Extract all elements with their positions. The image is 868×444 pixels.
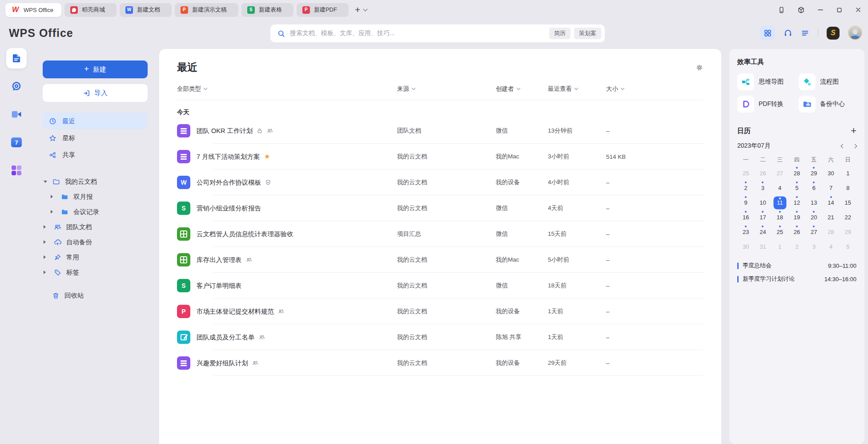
calendar-prev-icon[interactable] (841, 144, 845, 148)
file-row[interactable]: P 市场主体登记提交材料规范 我的云文档 我的设备 1天前 – (177, 299, 703, 324)
new-tab-button[interactable] (355, 4, 360, 15)
support-headset-icon[interactable] (784, 28, 792, 37)
calendar-day[interactable]: 17 (754, 210, 771, 224)
window-tab[interactable]: P 新建PDF (297, 3, 349, 17)
rail-apps-icon[interactable] (6, 160, 27, 181)
sidebar-tree-item[interactable]: 双月报 (43, 189, 148, 204)
filter-source[interactable]: 来源 (397, 85, 496, 93)
calendar-day[interactable]: 25 (737, 166, 754, 180)
file-row[interactable]: 团队 OKR 工作计划 团队文档 微信 13分钟前 – (177, 118, 703, 144)
sidebar-tree-item[interactable]: 团队文档 (43, 219, 148, 234)
calendar-day[interactable]: 19 (788, 210, 805, 224)
calendar-day[interactable]: 3 (754, 181, 771, 195)
sidebar-tree-item[interactable]: 我的云文档 (43, 174, 148, 189)
window-tab[interactable]: 稻壳商城 (64, 3, 117, 17)
file-row[interactable]: S 客户订单明细表 我的云文档 微信 18天前 – (177, 273, 703, 299)
calendar-day[interactable]: 26 (788, 225, 805, 239)
star-icon[interactable]: ★ (264, 152, 270, 161)
calendar-day[interactable]: 2 (737, 181, 754, 195)
calendar-event[interactable]: 季度总结会 9:30–11:00 (737, 259, 856, 272)
search-suggestion-tag[interactable]: 策划案 (574, 28, 601, 39)
calendar-day[interactable]: 21 (822, 210, 839, 224)
window-tab[interactable]: W WPS Office (5, 3, 61, 17)
calendar-day[interactable]: 20 (805, 210, 822, 224)
calendar-day[interactable]: 11 (772, 196, 788, 210)
calendar-day[interactable]: 7 (822, 181, 839, 195)
calendar-day[interactable]: 30 (822, 166, 839, 180)
user-avatar[interactable] (848, 26, 862, 40)
rail-chat-icon[interactable] (6, 76, 27, 97)
file-row[interactable]: W 公司对外合作协议模板 我的云文档 我的设备 4小时前 – (177, 170, 703, 195)
calendar-day[interactable]: 30 (737, 240, 754, 254)
calendar-day[interactable]: 29 (805, 166, 822, 180)
calendar-day[interactable]: 8 (840, 181, 856, 195)
calendar-next-icon[interactable] (853, 144, 857, 148)
main-menu-icon[interactable] (801, 29, 809, 37)
expand-arrow-icon[interactable] (44, 240, 48, 244)
calendar-day[interactable]: 27 (772, 166, 788, 180)
file-row[interactable]: 团队成员及分工名单 我的云文档 陈旭 共享 1天前 – (177, 324, 703, 350)
calendar-day[interactable]: 29 (840, 225, 856, 239)
calendar-day[interactable]: 25 (772, 225, 788, 239)
filter-size[interactable]: 大小 (606, 85, 703, 93)
workspace-box-icon[interactable] (797, 6, 805, 14)
calendar-day[interactable]: 31 (754, 240, 771, 254)
tool-item[interactable]: PDF转换 (737, 96, 795, 113)
file-row[interactable]: 云文档管人员信息统计表理器验收 项目汇总 微信 15天前 – (177, 221, 703, 247)
calendar-day[interactable]: 5 (788, 181, 805, 195)
tool-item[interactable]: 备份中心 (799, 96, 856, 113)
rail-calendar-icon[interactable]: 7 (6, 132, 27, 153)
calendar-day[interactable]: 16 (737, 210, 754, 224)
window-tab[interactable]: S 新建表格 (241, 3, 293, 17)
calendar-day[interactable]: 15 (840, 196, 856, 210)
tool-item[interactable]: 思维导图 (737, 73, 795, 90)
calendar-day[interactable]: 18 (772, 210, 788, 224)
window-tab[interactable]: P 新建演示文稿 (175, 3, 238, 17)
import-button[interactable]: 导入 (43, 84, 148, 102)
calendar-day[interactable]: 23 (737, 225, 754, 239)
expand-arrow-icon[interactable] (44, 255, 48, 259)
window-tab[interactable]: W 新建文档 (120, 3, 172, 17)
expand-arrow-icon[interactable] (44, 181, 47, 185)
calendar-day[interactable]: 6 (805, 181, 822, 195)
calendar-day[interactable]: 3 (805, 240, 822, 254)
calendar-day[interactable]: 24 (754, 225, 771, 239)
search-suggestion-tag[interactable]: 简历 (549, 28, 571, 39)
sidebar-tree-item[interactable]: 自动备份 (43, 234, 148, 250)
file-row[interactable]: 7 月线下活动策划方案 ★ 我的云文档 我的Mac 3小时前 514 KB (177, 144, 703, 170)
file-row[interactable]: 兴趣爱好组队计划 我的云文档 我的设备 29天前 – (177, 350, 703, 376)
sidebar-item[interactable]: 最近 (43, 113, 148, 129)
calendar-day[interactable]: 10 (754, 196, 771, 210)
mobile-link-icon[interactable] (778, 6, 785, 14)
expand-arrow-icon[interactable] (44, 225, 48, 229)
expand-arrow-icon[interactable] (51, 210, 55, 214)
maximize-button[interactable] (836, 7, 843, 13)
calendar-day[interactable]: 12 (788, 196, 805, 210)
close-button[interactable] (855, 6, 862, 13)
sidebar-tree-item[interactable]: 常用 (43, 250, 148, 265)
tool-item[interactable]: 流程图 (799, 73, 856, 90)
filter-viewed[interactable]: 最近查看 (548, 85, 606, 93)
sidebar-tree-item[interactable]: 标签 (43, 265, 148, 280)
calendar-day[interactable]: 13 (805, 196, 822, 210)
calendar-day[interactable]: 28 (822, 225, 839, 239)
calendar-day[interactable]: 28 (788, 166, 805, 180)
calendar-day[interactable]: 22 (840, 210, 856, 224)
calendar-day[interactable]: 14 (822, 196, 839, 210)
sidebar-tree-item[interactable]: 会议记录 (43, 204, 148, 219)
calendar-day[interactable]: 26 (754, 166, 771, 180)
calendar-day[interactable]: 4 (822, 240, 839, 254)
calendar-day[interactable]: 4 (772, 181, 788, 195)
settings-gear-icon[interactable] (695, 64, 703, 72)
calendar-day[interactable]: 1 (772, 240, 788, 254)
expand-arrow-icon[interactable] (51, 195, 55, 198)
sidebar-item-trash[interactable]: 回收站 (43, 291, 148, 300)
calendar-day[interactable]: 9 (737, 196, 754, 210)
filter-creator[interactable]: 创建者 (496, 85, 548, 93)
filter-type[interactable]: 全部类型 (177, 85, 397, 93)
rail-meeting-icon[interactable] (6, 104, 27, 125)
file-row[interactable]: S 营销小组业绩分析报告 我的云文档 微信 4天前 – (177, 195, 703, 221)
sidebar-item[interactable]: 共享 (43, 146, 148, 163)
new-document-button[interactable]: 新建 (43, 61, 148, 78)
minimize-button[interactable] (817, 6, 824, 13)
